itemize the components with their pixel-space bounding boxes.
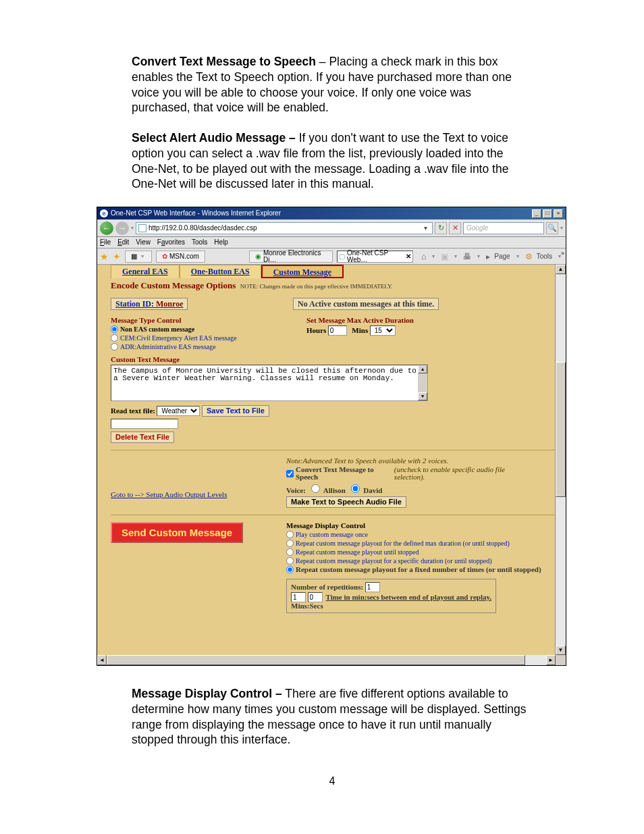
horizontal-scrollbar[interactable]: ◄ ► [97, 655, 566, 665]
voice-david[interactable] [351, 484, 360, 493]
tab-toolbar: ★ ✦ ▦▾ ✿ MSN.com ◉ Monroe Electronics Di… [97, 249, 566, 265]
hours-input[interactable] [328, 325, 347, 336]
titlebar: e One-Net CSP Web Interface - Windows In… [97, 207, 566, 219]
menu-tools[interactable]: Tools [192, 239, 207, 246]
search-button[interactable]: 🔍 [546, 222, 558, 234]
page-menu-icon[interactable]: ▸ [486, 253, 490, 261]
favorites-star-icon[interactable]: ★ [100, 252, 109, 261]
address-bar[interactable]: http://192.0.0.80/dasdec/dasdec.csp ▾ [136, 222, 433, 234]
scroll-left-icon[interactable]: ◄ [97, 655, 107, 665]
mdc-opt-5[interactable]: Repeat custom message playout for a fixe… [286, 566, 543, 573]
scroll-thumb[interactable] [556, 362, 566, 497]
time-sec-input[interactable] [308, 592, 323, 602]
time-min-input[interactable] [291, 592, 306, 602]
home-icon[interactable]: ⌂ [421, 253, 426, 261]
goto-audio-levels-link[interactable]: Goto to --> Setup Audio Output Levels [111, 490, 227, 498]
scroll-up-icon[interactable]: ▲ [556, 265, 566, 274]
tab-msn[interactable]: ✿ MSN.com [156, 251, 205, 263]
tab-close-icon[interactable]: ✕ [406, 253, 411, 260]
message-textarea[interactable]: The Campus of Monroe University will be … [111, 365, 428, 401]
search-input[interactable]: Google [463, 222, 544, 234]
search-placeholder: Google [466, 225, 488, 232]
quick-tab-icon[interactable]: ▦▾ [125, 251, 152, 263]
opt-cem[interactable]: CEM:Civil Emergency Alert EAS message [111, 334, 279, 342]
opt-adr[interactable]: ADR:Administrative EAS message [111, 343, 279, 350]
make-tts-button[interactable]: Make Text to Speech Audio File [286, 496, 406, 508]
print-icon[interactable]: 🖶 [463, 253, 471, 261]
radio-cem[interactable] [111, 334, 118, 342]
globe-icon: ◉ [255, 253, 261, 260]
page-icon [138, 224, 146, 232]
back-button[interactable]: ← [100, 221, 113, 235]
no-active-box: No Active custom messages at this time. [293, 298, 439, 310]
forward-button[interactable]: → [115, 221, 129, 235]
read-file-select[interactable]: Weather [157, 406, 200, 416]
page-icon: ▢ [339, 253, 345, 260]
save-text-button[interactable]: Save Text to File [202, 405, 269, 417]
menu-edit[interactable]: Edit [117, 239, 129, 246]
radio-non-eas[interactable] [111, 325, 118, 333]
minimize-button[interactable]: _ [532, 209, 541, 218]
tts-checkbox[interactable] [286, 470, 294, 477]
addr-dropdown-icon[interactable]: ▾ [421, 225, 430, 232]
mdc-opt-4[interactable]: Repeat custom message playout for a spec… [286, 557, 543, 565]
page-content: General EAS One-Button EAS Custom Messag… [97, 265, 556, 655]
duration-header: Set Message Max Active Duration [306, 317, 414, 324]
mdc-opt-2[interactable]: Repeat custom message playout for the de… [286, 540, 543, 547]
radio-adr[interactable] [111, 343, 118, 350]
p3-bold: Message Display Control – [132, 687, 282, 700]
mdc-opt-1[interactable]: Play custom message once [286, 531, 543, 538]
tab-custom-message[interactable]: Custom Message [261, 265, 344, 278]
duration-row: Hours Mins 15 [306, 325, 414, 336]
menu-favorites[interactable]: Favorites [157, 239, 185, 246]
vertical-scrollbar[interactable]: ▲ ▼ [556, 265, 566, 655]
paragraph-select: Select Alert Audio Message – If you don'… [132, 130, 533, 192]
menu-view[interactable]: View [136, 239, 151, 246]
num-reps-input[interactable] [365, 582, 380, 592]
tab-one-button-eas[interactable]: One-Button EAS [180, 265, 261, 278]
send-custom-message-button[interactable]: Send Custom Message [111, 522, 243, 543]
textarea-scrollbar[interactable]: ▲▼ [418, 365, 427, 400]
screenshot-window: e One-Net CSP Web Interface - Windows In… [97, 207, 566, 666]
hscroll-thumb[interactable] [107, 655, 525, 665]
p2-bold: Select Alert Audio Message – [132, 131, 296, 145]
tts-note: Note:Advanced Text to Speech available w… [286, 457, 529, 465]
mins-select[interactable]: 15 [370, 325, 396, 336]
toolbar-overflow[interactable]: » [561, 251, 564, 257]
tab-onenet[interactable]: ▢ One-Net CSP Web… ✕ [337, 251, 413, 263]
opt-non-eas[interactable]: Non EAS custom message [111, 325, 279, 333]
mdc-opt-3[interactable]: Repeat custom message playout until stop… [286, 548, 543, 556]
window-title: One-Net CSP Web Interface - Windows Inte… [111, 210, 281, 217]
paragraph-convert: Convert Text Message to Speech – Placing… [132, 54, 533, 115]
scroll-down-icon[interactable]: ▼ [556, 646, 566, 655]
add-favorite-icon[interactable]: ✦ [113, 252, 121, 261]
close-button[interactable]: × [554, 209, 563, 218]
delete-text-button[interactable]: Delete Text File [111, 432, 174, 443]
refresh-button[interactable]: ↻ [435, 222, 447, 234]
panel-heading: Encode Custom Message Options NOTE: Chan… [111, 278, 555, 291]
p1-bold: Convert Text Message to Speech [132, 55, 316, 68]
url-text: http://192.0.0.80/dasdec/dasdec.csp [149, 225, 421, 232]
msgtype-header: Message Type Control [111, 317, 279, 324]
feed-icon[interactable]: ▣ [441, 253, 448, 261]
tab-general-eas[interactable]: General EAS [111, 265, 180, 278]
nav-bar: ← → ▾ http://192.0.0.80/dasdec/dasdec.cs… [97, 219, 566, 237]
tts-checkbox-row[interactable]: Convert Text Message to Speech (uncheck … [286, 466, 529, 481]
voice-row: Voice: Allison David [286, 482, 529, 494]
page-number: 4 [132, 775, 533, 789]
maximize-button[interactable]: □ [543, 209, 552, 218]
tools-icon[interactable]: ⚙ [525, 253, 533, 261]
tools-menu[interactable]: Tools [537, 253, 552, 260]
menu-help[interactable]: Help [214, 239, 228, 246]
menu-bar: File Edit View Favorites Tools Help [97, 237, 566, 249]
subtabs: General EAS One-Button EAS Custom Messag… [111, 265, 555, 278]
scroll-right-icon[interactable]: ► [546, 655, 556, 665]
page-menu[interactable]: Page [494, 253, 510, 260]
station-id-box[interactable]: Station ID: Monroe [111, 298, 188, 310]
menu-file[interactable]: File [100, 239, 111, 246]
tab-monroe[interactable]: ◉ Monroe Electronics Di… [249, 251, 333, 263]
voice-allison[interactable] [311, 484, 320, 493]
stop-button[interactable]: ✕ [449, 222, 461, 234]
read-file-row: Read text file: Weather Save Text to Fil… [111, 405, 555, 417]
filename-input[interactable] [111, 419, 178, 429]
